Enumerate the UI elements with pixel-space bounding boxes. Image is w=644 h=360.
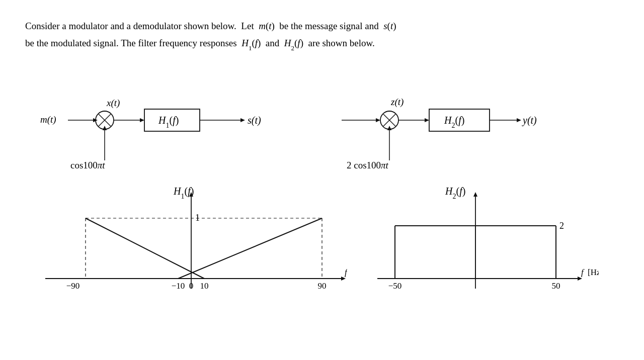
- label-0: 0: [189, 281, 194, 291]
- block-diagrams-row: m(t) x(t) H1(f) s(t) c: [25, 70, 619, 170]
- H2-graph: H2(f) 2 −50 50 f [H: [367, 181, 599, 311]
- intro-line2: be the modulated signal. The filter freq…: [25, 38, 375, 50]
- page: Consider a modulator and a demodulator s…: [0, 0, 644, 326]
- modulator-diagram: m(t) x(t) H1(f) s(t) c: [25, 70, 337, 170]
- svg-marker-24: [473, 192, 477, 197]
- intro-text: Consider a modulator and a demodulator s…: [25, 15, 619, 55]
- arrow5: [425, 118, 429, 122]
- zt-label: z(t): [390, 97, 404, 108]
- intro-svg: Consider a modulator and a demodulator s…: [25, 15, 619, 50]
- yt-label: y(t): [522, 115, 537, 126]
- svg-line-20: [178, 218, 322, 279]
- svg-marker-22: [578, 277, 582, 281]
- mt-label: m(t): [40, 114, 56, 125]
- label-90: 90: [318, 281, 327, 291]
- graphs-row: H1(f) 1 −90 −10 0 10 90: [25, 181, 619, 311]
- carrier1-label: cos100πt: [70, 160, 105, 170]
- graph1-xlabel: f: [345, 267, 347, 277]
- H1-graph: H1(f) 1 −90 −10 0 10 90: [25, 181, 347, 311]
- graph2-xlabel: f: [581, 267, 585, 277]
- arrow4: [376, 118, 380, 122]
- graph1-y1: 1: [195, 213, 200, 223]
- graph2-y2: 2: [559, 221, 564, 231]
- label-neg90: −90: [66, 281, 80, 291]
- label-neg10: −10: [172, 281, 185, 291]
- st-label: s(t): [248, 115, 261, 126]
- xt-label: x(t): [106, 98, 120, 109]
- svg-marker-13: [341, 277, 346, 281]
- svg-line-19: [86, 218, 204, 279]
- intro-line1: Consider a modulator and a demodulator s…: [25, 21, 396, 32]
- arrow2: [140, 118, 144, 122]
- carrier-arrow2: [387, 126, 391, 130]
- label-50: 50: [552, 281, 560, 291]
- arrow6: [517, 118, 521, 122]
- carrier2-label: 2 cos100πt: [347, 160, 389, 170]
- H2-graph-title: H2(f): [445, 186, 465, 200]
- H2-label: H2(f): [444, 115, 464, 129]
- label-10: 10: [200, 281, 209, 291]
- arrow3: [240, 118, 245, 122]
- carrier-arrow1: [103, 126, 107, 130]
- demodulator-diagram: z(t) H2(f) y(t) 2 cos100πt: [337, 70, 619, 170]
- label-neg50: −50: [388, 281, 402, 291]
- graph2-xlabel-hz: [Hz]: [588, 267, 599, 277]
- H1-label: H1(f): [158, 115, 179, 129]
